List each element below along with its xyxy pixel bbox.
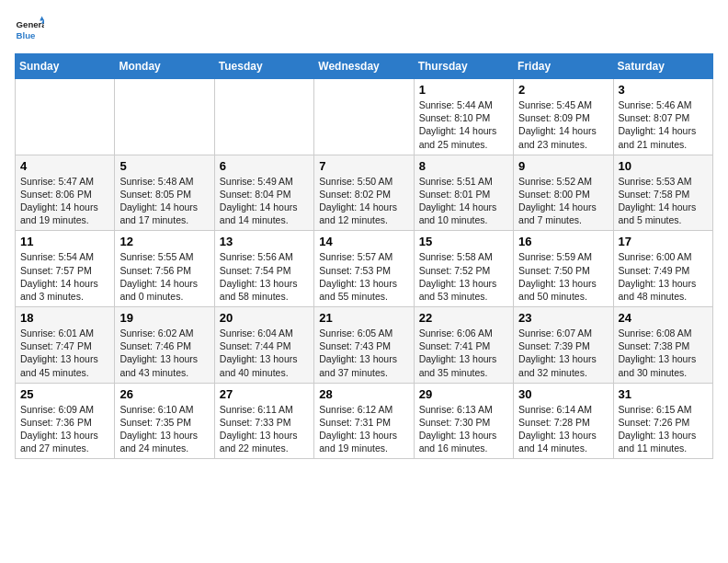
day-number: 30 (518, 387, 608, 401)
day-info: Sunrise: 5:48 AMSunset: 8:05 PMDaylight:… (119, 175, 209, 227)
day-info: Sunrise: 5:59 AMSunset: 7:50 PMDaylight:… (518, 250, 608, 303)
calendar-week-1: 1Sunrise: 5:44 AMSunset: 8:10 PMDaylight… (16, 79, 713, 155)
day-number: 23 (518, 311, 608, 325)
day-info: Sunrise: 5:44 AMSunset: 8:10 PMDaylight:… (419, 98, 508, 151)
calendar-cell-3-1: 11Sunrise: 5:54 AMSunset: 7:57 PMDayligh… (16, 231, 115, 307)
calendar-cell-1-6: 2Sunrise: 5:45 AMSunset: 8:09 PMDaylight… (514, 79, 613, 155)
day-number: 6 (220, 159, 309, 173)
calendar-cell-2-4: 7Sunrise: 5:50 AMSunset: 8:02 PMDaylight… (314, 155, 414, 231)
svg-text:General: General (17, 19, 44, 29)
day-number: 25 (20, 387, 109, 401)
day-info: Sunrise: 6:01 AMSunset: 7:47 PMDaylight:… (20, 327, 109, 379)
calendar-cell-3-4: 14Sunrise: 5:57 AMSunset: 7:53 PMDayligh… (314, 231, 414, 307)
calendar-cell-2-3: 6Sunrise: 5:49 AMSunset: 8:04 PMDaylight… (214, 155, 313, 231)
day-info: Sunrise: 5:54 AMSunset: 7:57 PMDaylight:… (20, 250, 109, 303)
svg-text:Blue: Blue (17, 30, 36, 40)
day-info: Sunrise: 5:51 AMSunset: 8:01 PMDaylight:… (419, 175, 508, 227)
day-number: 7 (319, 159, 408, 173)
calendar-cell-5-1: 25Sunrise: 6:09 AMSunset: 7:36 PMDayligh… (16, 383, 115, 459)
day-info: Sunrise: 5:57 AMSunset: 7:53 PMDaylight:… (319, 250, 408, 303)
day-info: Sunrise: 5:53 AMSunset: 7:58 PMDaylight:… (619, 175, 708, 227)
day-info: Sunrise: 5:52 AMSunset: 8:00 PMDaylight:… (518, 175, 608, 227)
day-info: Sunrise: 6:09 AMSunset: 7:36 PMDaylight:… (20, 403, 109, 455)
calendar-week-5: 25Sunrise: 6:09 AMSunset: 7:36 PMDayligh… (16, 383, 713, 459)
day-number: 2 (518, 83, 608, 97)
calendar-cell-2-7: 10Sunrise: 5:53 AMSunset: 7:58 PMDayligh… (613, 155, 712, 231)
calendar-cell-1-2 (115, 79, 214, 155)
day-info: Sunrise: 6:13 AMSunset: 7:30 PMDaylight:… (419, 403, 508, 455)
calendar-week-3: 11Sunrise: 5:54 AMSunset: 7:57 PMDayligh… (16, 231, 713, 307)
day-number: 22 (419, 311, 508, 325)
header-sunday: Sunday (16, 54, 115, 79)
day-number: 12 (119, 235, 209, 248)
day-number: 18 (20, 311, 109, 325)
day-info: Sunrise: 5:55 AMSunset: 7:56 PMDaylight:… (119, 250, 209, 303)
calendar-cell-3-5: 15Sunrise: 5:58 AMSunset: 7:52 PMDayligh… (414, 231, 513, 307)
day-number: 15 (419, 235, 508, 248)
header-thursday: Thursday (414, 54, 513, 79)
day-info: Sunrise: 5:58 AMSunset: 7:52 PMDaylight:… (419, 250, 508, 303)
header-saturday: Saturday (613, 54, 712, 79)
calendar-cell-4-7: 24Sunrise: 6:08 AMSunset: 7:38 PMDayligh… (613, 307, 712, 384)
day-info: Sunrise: 6:08 AMSunset: 7:38 PMDaylight:… (619, 327, 708, 379)
header-monday: Monday (115, 54, 214, 79)
day-number: 10 (619, 159, 708, 173)
day-number: 8 (419, 159, 508, 173)
day-number: 24 (619, 311, 708, 325)
calendar-table: SundayMondayTuesdayWednesdayThursdayFrid… (15, 53, 713, 459)
day-number: 13 (220, 235, 309, 248)
day-number: 16 (518, 235, 608, 248)
day-info: Sunrise: 6:07 AMSunset: 7:39 PMDaylight:… (518, 327, 608, 379)
calendar-cell-5-2: 26Sunrise: 6:10 AMSunset: 7:35 PMDayligh… (115, 383, 214, 459)
day-number: 26 (119, 387, 209, 401)
day-info: Sunrise: 6:04 AMSunset: 7:44 PMDaylight:… (220, 327, 309, 379)
day-info: Sunrise: 5:50 AMSunset: 8:02 PMDaylight:… (319, 175, 408, 227)
day-number: 17 (619, 235, 708, 248)
day-number: 19 (119, 311, 209, 325)
calendar-cell-1-1 (16, 79, 115, 155)
calendar-week-4: 18Sunrise: 6:01 AMSunset: 7:47 PMDayligh… (16, 307, 713, 384)
day-number: 29 (419, 387, 508, 401)
calendar-cell-4-5: 22Sunrise: 6:06 AMSunset: 7:41 PMDayligh… (414, 307, 513, 384)
calendar-header-row: SundayMondayTuesdayWednesdayThursdayFrid… (16, 54, 713, 79)
day-info: Sunrise: 5:47 AMSunset: 8:06 PMDaylight:… (20, 175, 109, 227)
day-number: 9 (518, 159, 608, 173)
logo-icon: General Blue (15, 15, 44, 44)
header-wednesday: Wednesday (314, 54, 414, 79)
calendar-cell-3-6: 16Sunrise: 5:59 AMSunset: 7:50 PMDayligh… (514, 231, 613, 307)
calendar-cell-4-4: 21Sunrise: 6:05 AMSunset: 7:43 PMDayligh… (314, 307, 414, 384)
day-info: Sunrise: 6:14 AMSunset: 7:28 PMDaylight:… (518, 403, 608, 455)
day-info: Sunrise: 6:05 AMSunset: 7:43 PMDaylight:… (319, 327, 408, 379)
calendar-cell-1-4 (314, 79, 414, 155)
day-info: Sunrise: 5:56 AMSunset: 7:54 PMDaylight:… (220, 250, 309, 303)
day-info: Sunrise: 5:46 AMSunset: 8:07 PMDaylight:… (619, 98, 708, 151)
day-number: 3 (619, 83, 708, 97)
calendar-cell-4-3: 20Sunrise: 6:04 AMSunset: 7:44 PMDayligh… (214, 307, 313, 384)
calendar-cell-5-5: 29Sunrise: 6:13 AMSunset: 7:30 PMDayligh… (414, 383, 513, 459)
calendar-cell-3-2: 12Sunrise: 5:55 AMSunset: 7:56 PMDayligh… (115, 231, 214, 307)
calendar-cell-4-1: 18Sunrise: 6:01 AMSunset: 7:47 PMDayligh… (16, 307, 115, 384)
calendar-cell-5-3: 27Sunrise: 6:11 AMSunset: 7:33 PMDayligh… (214, 383, 313, 459)
calendar-week-2: 4Sunrise: 5:47 AMSunset: 8:06 PMDaylight… (16, 155, 713, 231)
day-number: 27 (220, 387, 309, 401)
calendar-cell-2-2: 5Sunrise: 5:48 AMSunset: 8:05 PMDaylight… (115, 155, 214, 231)
calendar-cell-1-3 (214, 79, 313, 155)
day-info: Sunrise: 6:06 AMSunset: 7:41 PMDaylight:… (419, 327, 508, 379)
calendar-cell-1-7: 3Sunrise: 5:46 AMSunset: 8:07 PMDaylight… (613, 79, 712, 155)
svg-marker-2 (40, 17, 44, 21)
day-number: 21 (319, 311, 408, 325)
day-info: Sunrise: 5:49 AMSunset: 8:04 PMDaylight:… (220, 175, 309, 227)
calendar-cell-3-3: 13Sunrise: 5:56 AMSunset: 7:54 PMDayligh… (214, 231, 313, 307)
calendar-cell-5-6: 30Sunrise: 6:14 AMSunset: 7:28 PMDayligh… (514, 383, 613, 459)
calendar-cell-4-2: 19Sunrise: 6:02 AMSunset: 7:46 PMDayligh… (115, 307, 214, 384)
calendar-cell-2-5: 8Sunrise: 5:51 AMSunset: 8:01 PMDaylight… (414, 155, 513, 231)
calendar-cell-1-5: 1Sunrise: 5:44 AMSunset: 8:10 PMDaylight… (414, 79, 513, 155)
calendar-cell-3-7: 17Sunrise: 6:00 AMSunset: 7:49 PMDayligh… (613, 231, 712, 307)
day-info: Sunrise: 6:00 AMSunset: 7:49 PMDaylight:… (619, 250, 708, 303)
header-tuesday: Tuesday (214, 54, 313, 79)
day-number: 31 (619, 387, 708, 401)
logo: General Blue (15, 15, 48, 44)
day-info: Sunrise: 5:45 AMSunset: 8:09 PMDaylight:… (518, 98, 608, 151)
calendar-cell-2-1: 4Sunrise: 5:47 AMSunset: 8:06 PMDaylight… (16, 155, 115, 231)
day-number: 11 (20, 235, 109, 248)
